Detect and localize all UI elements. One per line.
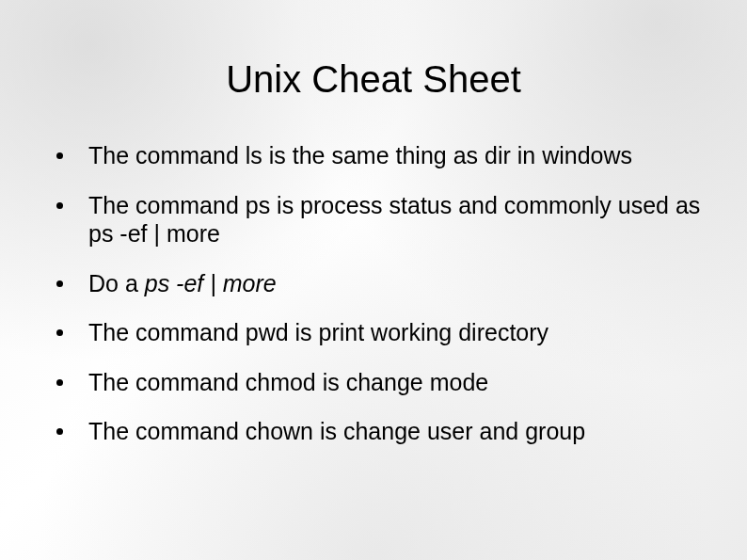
list-item: The command ls is the same thing as dir … [53,141,709,170]
list-item-text: The command chown is change user and gro… [88,418,585,444]
list-item-text: The command chmod is change mode [88,369,488,395]
list-item-text: The command ps is process status and com… [88,192,700,248]
list-item-text: The command pwd is print working directo… [88,319,548,345]
list-item-text: The command ls is the same thing as dir … [88,142,632,168]
list-item-text: Do a ps -ef | more [88,270,277,296]
slide: Unix Cheat Sheet The command ls is the s… [0,0,747,560]
list-item: The command chmod is change mode [53,368,709,397]
list-item: The command ps is process status and com… [53,191,709,248]
list-item: The command pwd is print working directo… [53,318,709,347]
list-item: The command chown is change user and gro… [53,417,709,446]
list-item: Do a ps -ef | more [53,269,709,298]
bullet-list: The command ls is the same thing as dir … [53,141,709,446]
slide-content: The command ls is the same thing as dir … [53,141,709,467]
slide-title: Unix Cheat Sheet [0,58,747,101]
